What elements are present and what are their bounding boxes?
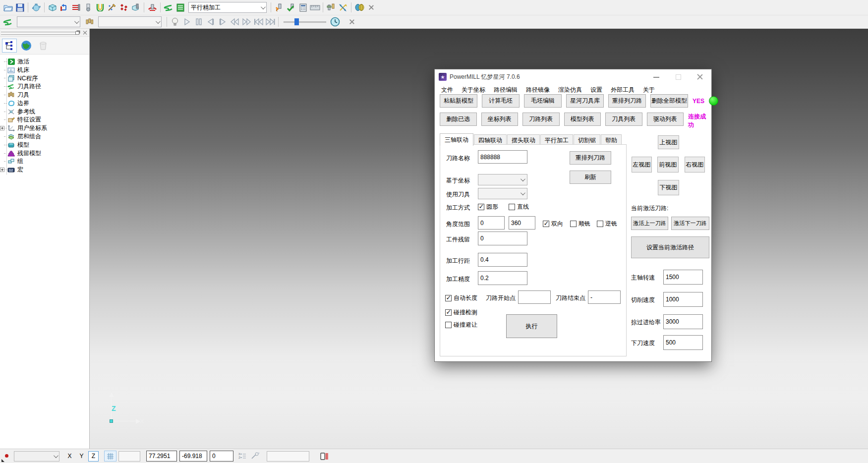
view-left-button[interactable]: 左视图 — [632, 157, 652, 173]
stepover-input[interactable] — [478, 253, 527, 267]
tree-item-groups[interactable]: 组 — [0, 158, 89, 166]
points-icon[interactable] — [118, 1, 130, 13]
tools-icon[interactable] — [83, 16, 95, 28]
tree-item-stock-models[interactable]: 残留模型 — [0, 149, 89, 158]
model-list-button[interactable]: 模型列表 — [564, 113, 601, 126]
refresh-button[interactable]: 刷新 — [570, 171, 611, 184]
maximize-icon[interactable] — [675, 73, 682, 80]
tree-item-activate[interactable]: 激活 — [0, 58, 89, 66]
dock-grip[interactable] — [1, 31, 76, 32]
teapot-icon[interactable] — [30, 1, 42, 13]
delete-all-models-button[interactable]: 删除全部模型 — [650, 94, 688, 108]
dialog-titlebar[interactable]: ★ PowerMILL 忆梦星河 7.0.6 — [435, 69, 711, 84]
coord-list-button[interactable]: 坐标列表 — [481, 113, 519, 126]
menu-file[interactable]: 文件 — [441, 86, 453, 94]
view-front-button[interactable]: 前视图 — [657, 157, 679, 173]
close-icon[interactable] — [346, 16, 358, 28]
activate-prev-toolpath-button[interactable]: 激活上一刀路 — [631, 217, 668, 230]
play-icon[interactable] — [181, 16, 193, 28]
strategy-combobox[interactable]: 平行精加工 — [188, 2, 267, 13]
lightbulb-icon[interactable] — [169, 16, 181, 28]
sim-toolpath-combobox[interactable] — [17, 16, 80, 27]
axis-y-button[interactable]: Y — [76, 451, 87, 462]
globe-icon[interactable] — [19, 39, 34, 53]
view-bottom-button[interactable]: 下视图 — [658, 180, 679, 195]
bidirectional-checkbox[interactable]: 双向 — [543, 220, 563, 228]
float-panel-icon[interactable] — [74, 30, 80, 36]
view-right-button[interactable]: 右视图 — [685, 157, 705, 173]
open-file-icon[interactable] — [2, 1, 14, 13]
conventional-checkbox[interactable]: 逆铣 — [597, 220, 617, 228]
status-combobox[interactable] — [14, 451, 59, 462]
tree-item-machine[interactable]: 机床 — [0, 66, 89, 74]
tool-library-button[interactable]: 星河刀具库 — [566, 94, 604, 108]
block-edit-button[interactable]: 毛坯编辑 — [524, 94, 562, 108]
trash-icon[interactable] — [36, 39, 51, 53]
start-point-input[interactable] — [518, 290, 551, 304]
rearrange-button[interactable]: 重排列刀路 — [570, 151, 611, 165]
drive-list-button[interactable]: 驱动列表 — [647, 113, 684, 126]
toolpath-create-icon[interactable] — [58, 1, 70, 13]
menu-settings[interactable]: 设置 — [590, 86, 602, 94]
calculator-icon[interactable] — [297, 1, 309, 13]
angle-from-input[interactable] — [478, 216, 505, 230]
rearrange-toolpaths-button[interactable]: 重排列刀路 — [608, 94, 646, 108]
transform-arrows-icon[interactable] — [337, 1, 349, 13]
auto-length-checkbox[interactable]: 自动长度 — [445, 294, 477, 302]
zlevel-icon[interactable] — [70, 1, 82, 13]
pause-icon[interactable] — [193, 16, 205, 28]
delete-selected-button[interactable]: 删除已选 — [440, 113, 477, 126]
set-active-path-button[interactable]: 设置当前激活路径 — [631, 236, 709, 258]
tool-list-button[interactable]: 刀具列表 — [605, 113, 642, 126]
skim-feed-input[interactable] — [663, 314, 703, 329]
block-icon[interactable] — [47, 1, 58, 13]
coord-combobox[interactable] — [478, 174, 527, 185]
expand-icon[interactable] — [0, 126, 4, 130]
close-icon[interactable] — [365, 1, 377, 13]
verify-toolpath-icon[interactable] — [285, 1, 297, 13]
menu-path-mirror[interactable]: 路径镜像 — [526, 86, 550, 94]
cutting-feed-input[interactable] — [663, 292, 703, 307]
tree-item-models[interactable]: 模型 — [0, 141, 89, 149]
line-mode-checkbox[interactable]: 直线 — [509, 203, 529, 211]
speed-slider[interactable] — [284, 18, 326, 26]
paste-model-button[interactable]: 粘贴新模型 — [440, 94, 477, 108]
tool-combobox[interactable] — [478, 188, 527, 199]
axis-z-button[interactable]: Z — [88, 451, 99, 462]
tool-block-icon[interactable] — [130, 1, 142, 13]
toolpath-icon[interactable] — [163, 1, 174, 13]
tolerance-input[interactable] — [478, 271, 527, 285]
fast-forward-icon[interactable] — [240, 16, 252, 28]
menu-about[interactable]: 关于 — [643, 86, 655, 94]
boundary-icon[interactable] — [94, 1, 106, 13]
close-panel-icon[interactable] — [82, 30, 88, 36]
tree-item-macros[interactable]: 宏 — [0, 166, 89, 174]
collision-avoid-checkbox[interactable]: 碰撞避让 — [445, 321, 477, 329]
tree-item-levels-sets[interactable]: 层和组合 — [0, 132, 89, 141]
collision-check-icon[interactable] — [146, 1, 158, 13]
stock-input[interactable] — [478, 232, 527, 245]
clock-icon[interactable] — [329, 16, 341, 28]
probe-point-icon[interactable] — [251, 452, 261, 460]
close-icon[interactable] — [696, 73, 703, 80]
angle-to-input[interactable] — [509, 216, 535, 230]
tree-item-tools[interactable]: 刀具 — [0, 91, 89, 99]
step-forward-icon[interactable] — [217, 16, 229, 28]
skip-end-icon[interactable] — [264, 16, 276, 28]
end-point-input[interactable] — [588, 290, 621, 304]
tree-item-workplanes[interactable]: 用户坐标系 — [0, 124, 89, 132]
sim-tool-combobox[interactable] — [98, 16, 162, 27]
circle-mode-checkbox[interactable]: 圆形 — [478, 203, 498, 211]
axis-x-button[interactable]: X — [64, 451, 75, 462]
measure-icon[interactable] — [309, 1, 321, 13]
tree-item-toolpaths[interactable]: 刀具路径 — [0, 82, 89, 91]
grid-snap-icon[interactable] — [104, 451, 116, 462]
panel-header[interactable] — [0, 29, 89, 37]
toolpath-icon[interactable] — [2, 16, 14, 28]
menu-render-sim[interactable]: 渲染仿真 — [558, 86, 582, 94]
resize-grip-icon[interactable] — [1, 459, 4, 462]
calc-block-button[interactable]: 计算毛坯 — [482, 94, 520, 108]
tree-item-boundaries[interactable]: 边界 — [0, 99, 89, 108]
execute-button[interactable]: 执行 — [506, 314, 557, 338]
plunge-feed-input[interactable] — [663, 335, 703, 350]
